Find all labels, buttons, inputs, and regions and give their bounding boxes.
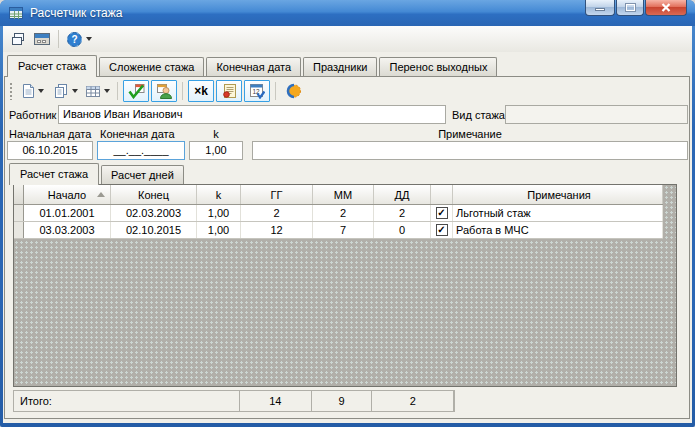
calendar-days-button[interactable]: 12 bbox=[244, 80, 270, 102]
minimize-button[interactable] bbox=[585, 0, 615, 16]
new-document-button[interactable] bbox=[17, 80, 49, 102]
child-window-button[interactable] bbox=[30, 28, 54, 50]
table-row[interactable]: 03.03.2003 02.10.2015 1,00 12 7 0 Работа… bbox=[14, 222, 663, 239]
cell-years: 12 bbox=[241, 222, 313, 238]
tab-label: Праздники bbox=[313, 61, 367, 73]
note-input[interactable] bbox=[252, 141, 688, 160]
window-controls bbox=[584, 0, 687, 16]
tab-label: Перенос выходных bbox=[389, 61, 487, 73]
header-notes[interactable]: Примечания bbox=[453, 185, 663, 204]
cell-check bbox=[431, 222, 453, 238]
header-label: ДД bbox=[395, 189, 410, 201]
cell-end: 02.03.2003 bbox=[111, 205, 197, 221]
periods-grid: Начало Конец k ГГ ММ ДД Примечания 01.01… bbox=[13, 184, 677, 387]
multiply-k-icon: ×k bbox=[194, 84, 208, 98]
header-label: ММ bbox=[334, 189, 352, 201]
grid-header-row: Начало Конец k ГГ ММ ДД Примечания bbox=[14, 185, 663, 205]
header-label: ГГ bbox=[271, 189, 283, 201]
toolbar-grip[interactable] bbox=[9, 82, 13, 100]
header-label: Примечания bbox=[527, 189, 591, 201]
header-start[interactable]: Начало bbox=[24, 185, 111, 204]
checkbox-checked-icon[interactable] bbox=[436, 207, 448, 219]
chevron-down-icon bbox=[86, 37, 92, 41]
toolbar-separator bbox=[182, 82, 183, 100]
tab-konechnaya-data[interactable]: Конечная дата bbox=[206, 57, 301, 76]
table-row[interactable]: 01.01.2001 02.03.2003 1,00 2 2 2 Льготны… bbox=[14, 205, 663, 222]
header-years[interactable]: ГГ bbox=[241, 185, 313, 204]
cell-note: Льготный стаж bbox=[453, 205, 663, 221]
copy-icon bbox=[53, 83, 69, 99]
window-title: Расчетчик стажа bbox=[30, 6, 122, 20]
row-indicator bbox=[14, 222, 24, 238]
grid-corner bbox=[14, 185, 24, 204]
cell-days: 2 bbox=[374, 205, 431, 221]
tab-label: Сложение стажа bbox=[109, 61, 194, 73]
worker-input[interactable]: Иванов Иван Иванович bbox=[58, 105, 446, 124]
cell-end: 02.10.2015 bbox=[111, 222, 197, 238]
table-icon bbox=[85, 84, 101, 99]
close-icon bbox=[661, 3, 671, 12]
experience-type-label: Вид стажа bbox=[452, 109, 505, 122]
main-toolbar: ? bbox=[3, 26, 692, 52]
toolbar-separator bbox=[58, 30, 59, 48]
person-calendar-button[interactable] bbox=[151, 80, 177, 102]
cell-k: 1,00 bbox=[197, 222, 241, 238]
coin-icon bbox=[285, 83, 302, 99]
maximize-button[interactable] bbox=[616, 0, 644, 16]
help-button[interactable]: ? bbox=[63, 28, 95, 50]
table-view-button[interactable] bbox=[81, 80, 113, 102]
coefficient-button[interactable] bbox=[280, 80, 306, 102]
multiply-k-button[interactable]: ×k bbox=[188, 80, 214, 102]
cell-months: 7 bbox=[313, 222, 374, 238]
inner-tab-raschet-dney[interactable]: Расчет дней bbox=[101, 165, 184, 184]
note-label: Примечание bbox=[252, 128, 688, 141]
tab-label: Расчет дней bbox=[111, 169, 174, 181]
header-end[interactable]: Конец bbox=[111, 185, 197, 204]
header-label: k bbox=[216, 189, 222, 201]
chevron-down-icon bbox=[104, 89, 110, 93]
totals-days: 2 bbox=[372, 391, 454, 411]
copy-button[interactable] bbox=[49, 80, 81, 102]
cell-years: 2 bbox=[241, 205, 313, 221]
totals-panel: Итого: 14 9 2 bbox=[13, 390, 455, 412]
cell-days: 0 bbox=[374, 222, 431, 238]
tab-prazdniki[interactable]: Праздники bbox=[303, 57, 377, 76]
svg-text:?: ? bbox=[71, 34, 77, 45]
tab-page: ×k 12 bbox=[4, 76, 690, 419]
tab-slozhenie-stazha[interactable]: Сложение стажа bbox=[99, 57, 204, 76]
holidays-note-icon bbox=[222, 83, 237, 99]
checkbox-checked-icon[interactable] bbox=[436, 224, 448, 236]
calendar-check-icon bbox=[128, 83, 145, 99]
person-calendar-icon bbox=[156, 83, 172, 99]
chevron-down-icon bbox=[38, 89, 44, 93]
cascade-windows-button[interactable] bbox=[6, 28, 30, 50]
header-check[interactable] bbox=[431, 185, 453, 204]
tab-perenos-vyhodnyh[interactable]: Перенос выходных bbox=[379, 57, 497, 76]
new-document-icon bbox=[22, 83, 35, 99]
close-button[interactable] bbox=[645, 0, 687, 16]
start-date-label: Начальная дата bbox=[9, 128, 91, 141]
header-days[interactable]: ДД bbox=[374, 185, 431, 204]
end-date-input[interactable]: __.__.____ bbox=[97, 141, 185, 160]
tab-label: Расчет стажа bbox=[20, 168, 88, 180]
header-months[interactable]: ММ bbox=[313, 185, 374, 204]
calendar-check-button[interactable] bbox=[123, 80, 149, 102]
tab-raschet-stazha[interactable]: Расчет стажа bbox=[7, 55, 97, 77]
worker-label: Работник bbox=[9, 109, 56, 122]
holidays-note-button[interactable] bbox=[216, 80, 242, 102]
header-k[interactable]: k bbox=[197, 185, 241, 204]
experience-type-input[interactable] bbox=[505, 105, 688, 124]
toolbar-separator bbox=[117, 82, 118, 100]
totals-months: 9 bbox=[312, 391, 373, 411]
totals-years: 14 bbox=[240, 391, 312, 411]
inner-tab-raschet-stazha[interactable]: Расчет стажа bbox=[9, 163, 99, 185]
totals-label: Итого: bbox=[14, 391, 240, 411]
app-icon bbox=[8, 5, 24, 21]
k-input[interactable]: 1,00 bbox=[189, 141, 243, 160]
inner-tabstrip: Расчет стажа Расчет дней bbox=[9, 162, 689, 184]
start-date-input[interactable]: 06.10.2015 bbox=[7, 141, 93, 160]
cell-months: 2 bbox=[313, 205, 374, 221]
cell-start: 03.03.2003 bbox=[24, 222, 111, 238]
title-bar[interactable]: Расчетчик стажа bbox=[0, 0, 695, 26]
k-label: k bbox=[189, 128, 243, 141]
